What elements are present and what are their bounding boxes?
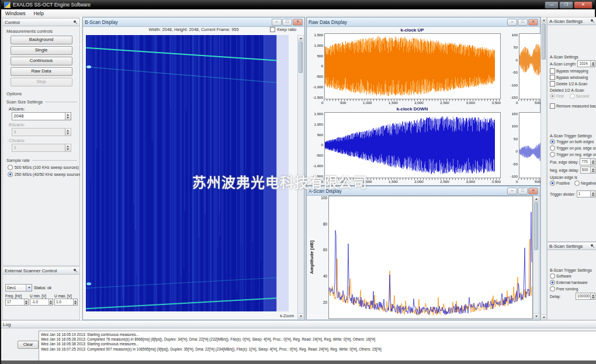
menu-help[interactable]: Help xyxy=(29,11,47,16)
minimize-button[interactable]: – xyxy=(507,19,517,26)
scrollbar-thumb[interactable] xyxy=(542,23,546,60)
chevron-down-icon[interactable] xyxy=(26,285,32,291)
checkbox-icon[interactable] xyxy=(550,103,555,109)
checkbox-icon[interactable] xyxy=(550,68,555,74)
radio-icon[interactable] xyxy=(550,273,555,279)
title-bar[interactable]: EXALOS SS-OCT Engine Software — ❐ ✕ xyxy=(1,0,595,9)
spinner-arrows[interactable] xyxy=(590,293,595,299)
pin-icon[interactable] xyxy=(590,244,595,248)
spinner-arrows[interactable] xyxy=(590,61,595,67)
scroll-up-arrow[interactable] xyxy=(541,18,546,23)
maximize-button[interactable]: ❐ xyxy=(559,1,573,9)
single-button[interactable]: Single xyxy=(11,46,72,55)
option-label: Bypass remapping xyxy=(556,69,588,73)
keep-ratio-label: Keep ratio xyxy=(277,27,296,32)
spinner-arrows[interactable] xyxy=(24,299,28,305)
remove-background-option[interactable]: Remove measured background xyxy=(550,103,595,109)
checkbox-icon[interactable] xyxy=(550,75,555,80)
radio-icon[interactable] xyxy=(550,139,555,144)
delete-half-ascan-option[interactable]: Delete 1/2 A-Scan xyxy=(550,81,595,86)
scroll-down-arrow[interactable] xyxy=(541,314,546,320)
scrollbar-thumb[interactable] xyxy=(299,41,303,73)
radio-icon[interactable] xyxy=(550,181,555,186)
freq-input[interactable]: 17 xyxy=(5,299,29,306)
software-option[interactable]: Software xyxy=(550,273,595,279)
pin-icon[interactable] xyxy=(73,268,78,273)
spinner-arrows[interactable] xyxy=(65,113,71,120)
log-panel-header[interactable]: Log xyxy=(1,321,596,328)
minimize-button[interactable]: — xyxy=(545,1,559,9)
ascan-settings-header[interactable]: A-Scan Settings xyxy=(548,18,596,25)
spinner-arrows[interactable] xyxy=(73,299,77,305)
scroll-down-arrow[interactable] xyxy=(533,313,539,318)
kzoom-label[interactable]: k-Zoom xyxy=(280,314,294,318)
scroll-down-arrow[interactable] xyxy=(298,313,303,318)
menu-windows[interactable]: Windows xyxy=(1,11,29,16)
close-button[interactable]: × xyxy=(528,188,538,195)
spinner-arrows[interactable] xyxy=(590,167,595,173)
mdi-vertical-scrollbar[interactable] xyxy=(540,17,547,320)
trigger-neg-edge-option[interactable]: Trigger on neg. edge only xyxy=(550,152,595,157)
scroll-up-arrow[interactable] xyxy=(298,36,303,41)
spinner-arrows[interactable] xyxy=(590,191,595,197)
trigger-both-edges-option[interactable]: Trigger on both edges xyxy=(550,139,595,144)
pin-icon[interactable] xyxy=(590,19,595,23)
ascans-input[interactable]: 2048 xyxy=(12,112,71,120)
sample-rate-option-500[interactable]: 500 MS/s (100 KHz sweep sources) xyxy=(8,165,78,170)
checkbox-icon[interactable] xyxy=(550,81,555,86)
rawdata-window-titlebar[interactable]: Raw Data Display – □ × xyxy=(307,18,540,27)
minimize-button[interactable]: – xyxy=(272,19,282,26)
clear-button[interactable]: Clear xyxy=(18,341,39,349)
maximize-button[interactable]: □ xyxy=(518,188,528,195)
close-button[interactable]: × xyxy=(293,19,303,26)
radio-icon[interactable] xyxy=(8,172,13,177)
radio-icon[interactable] xyxy=(550,286,555,292)
continuous-button[interactable]: Continuous xyxy=(11,57,72,65)
external-hardware-option[interactable]: External hardware xyxy=(550,280,595,285)
umax-input[interactable]: 1.0 xyxy=(54,299,78,306)
sample-rate-option-250[interactable]: 250 MS/s (40/50 KHz sweep sources) xyxy=(8,172,78,177)
spinner-arrows[interactable] xyxy=(48,299,53,305)
close-button[interactable]: × xyxy=(528,19,538,26)
minimize-button[interactable]: – xyxy=(507,188,517,195)
bypass-windowing-option[interactable]: Bypass windowing xyxy=(550,75,595,80)
raw-data-button[interactable]: Raw Data xyxy=(11,67,72,76)
log-textarea[interactable]: Wed Jan 16 16:05:19 2013: Starting conti… xyxy=(39,331,596,361)
keep-ratio-option[interactable]: Keep ratio xyxy=(270,27,296,32)
external-scanner-header[interactable]: External Scanner Control xyxy=(3,267,79,275)
scrollbar-thumb[interactable] xyxy=(534,202,538,250)
radio-icon[interactable] xyxy=(550,145,555,151)
umin-input[interactable]: -1.0 xyxy=(30,299,53,306)
option-label: Trigger on pos. edge only xyxy=(556,146,596,150)
bscan-settings-header[interactable]: B-Scan Settings xyxy=(548,242,596,250)
maximize-button[interactable]: □ xyxy=(282,19,292,26)
radio-icon[interactable] xyxy=(574,181,580,186)
neg-delay-input[interactable]: 500 xyxy=(580,167,595,174)
delay-input[interactable]: 100000 xyxy=(576,293,595,300)
spinner-arrows[interactable] xyxy=(590,159,595,165)
trigger-pos-edge-option[interactable]: Trigger on pos. edge only xyxy=(550,145,595,151)
free-running-option[interactable]: Free running xyxy=(550,286,595,292)
bscan-window-titlebar[interactable]: B-Scan Display – □ × xyxy=(83,18,304,27)
ascan-vertical-scrollbar[interactable] xyxy=(533,196,539,319)
close-button[interactable]: ✕ xyxy=(574,1,592,9)
bscan-trigger-group-label: B-Scan Trigger Settings xyxy=(550,268,595,272)
bypass-remapping-option[interactable]: Bypass remapping xyxy=(550,68,595,74)
checkbox-icon[interactable] xyxy=(270,27,275,32)
panel-title: External Scanner Control xyxy=(5,268,57,273)
window-title: EXALOS SS-OCT Engine Software xyxy=(13,2,91,8)
maximize-button[interactable]: □ xyxy=(518,19,528,26)
scroll-up-arrow[interactable] xyxy=(533,196,539,202)
panel-title: B-Scan Settings xyxy=(549,244,583,249)
pin-icon[interactable] xyxy=(73,20,78,25)
device-dropdown[interactable]: Dev1 xyxy=(5,284,32,292)
control-panel-header[interactable]: Control xyxy=(3,19,79,26)
tick-label: 500 xyxy=(535,180,540,185)
radio-icon[interactable] xyxy=(550,152,555,157)
pos-delay-input[interactable]: 770 xyxy=(580,158,595,165)
radio-icon[interactable] xyxy=(8,165,13,170)
background-button[interactable]: Background xyxy=(11,36,72,44)
radio-icon[interactable] xyxy=(550,280,555,285)
trigger-divider-input[interactable]: 1 xyxy=(577,190,595,197)
ascan-length-input[interactable]: 1024 xyxy=(577,60,595,67)
